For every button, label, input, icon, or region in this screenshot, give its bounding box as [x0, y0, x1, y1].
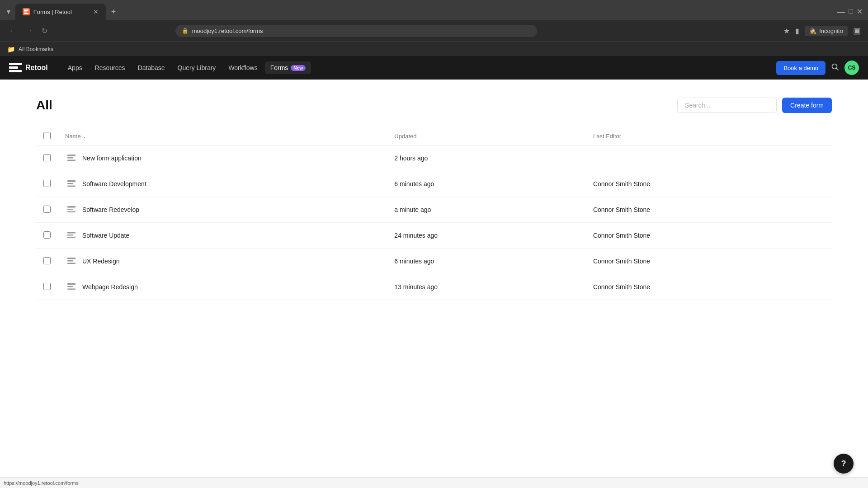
- close-tab-icon[interactable]: ✕: [93, 8, 99, 15]
- status-bar: https://moodjoy1.retool.com/forms: [0, 477, 868, 488]
- back-button[interactable]: ←: [7, 25, 18, 37]
- row-checkbox-cell: [36, 223, 58, 249]
- row-name-cell: Software Development: [58, 171, 387, 197]
- nav-right: Book a demo CS: [776, 61, 859, 75]
- nav-item-resources[interactable]: Resources: [90, 61, 131, 74]
- search-icon: [831, 63, 839, 71]
- extensions-icon[interactable]: ▣: [853, 26, 861, 36]
- row-last-editor: Connor Smith Stone: [586, 249, 832, 274]
- svg-rect-22: [67, 289, 75, 290]
- incognito-button[interactable]: 🕵 Incognito: [805, 26, 848, 36]
- header-last-editor: Last Editor: [586, 127, 832, 145]
- svg-rect-16: [67, 237, 75, 239]
- nav-item-query-library[interactable]: Query Library: [172, 61, 222, 74]
- reload-button[interactable]: ↻: [40, 25, 49, 37]
- row-checkbox-cell: [36, 274, 58, 300]
- minimize-btn[interactable]: —: [837, 7, 845, 17]
- header-name: Name ⌄: [58, 127, 387, 145]
- form-list-icon: [65, 229, 78, 242]
- nav-item-database[interactable]: Database: [132, 61, 170, 74]
- device-icon[interactable]: ▮: [795, 27, 799, 35]
- retool-logo-icon: [9, 63, 22, 73]
- nav-items: Apps Resources Database Query Library Wo…: [62, 61, 762, 74]
- browser-chrome: ▼ Forms | Retool ✕ + — □ ✕ ← → ↻ 🔒 ★ ▮ �: [0, 0, 868, 56]
- header-last-editor-label: Last Editor: [593, 133, 621, 140]
- search-nav-button[interactable]: [831, 63, 839, 73]
- svg-rect-8: [67, 180, 75, 182]
- row-checkbox[interactable]: [43, 257, 51, 264]
- create-form-button[interactable]: Create form: [782, 98, 832, 113]
- incognito-icon: 🕵: [809, 28, 816, 34]
- app-navbar: Retool Apps Resources Database Query Lib…: [0, 56, 868, 80]
- svg-point-3: [832, 64, 837, 69]
- nav-item-query-library-label: Query Library: [178, 64, 216, 71]
- table-row[interactable]: Software Development 6 minutes ago Conno…: [36, 171, 832, 197]
- bookmarks-folder-icon: 📁: [7, 46, 15, 53]
- sort-icon[interactable]: ⌄: [83, 134, 86, 139]
- browser-tab-active[interactable]: Forms | Retool ✕: [15, 4, 106, 20]
- nav-item-apps[interactable]: Apps: [62, 61, 88, 74]
- svg-rect-2: [24, 13, 28, 14]
- row-name: New form application: [82, 155, 142, 162]
- svg-rect-18: [67, 260, 73, 262]
- nav-item-forms[interactable]: Forms New: [265, 61, 311, 74]
- row-checkbox[interactable]: [43, 206, 51, 213]
- svg-rect-20: [67, 283, 75, 285]
- table-row[interactable]: UX Redesign 6 minutes ago Connor Smith S…: [36, 249, 832, 274]
- restore-btn[interactable]: □: [849, 7, 853, 17]
- header-updated: Updated: [387, 127, 586, 145]
- close-browser-btn[interactable]: ✕: [857, 7, 863, 17]
- svg-rect-21: [67, 286, 73, 287]
- row-last-editor: Connor Smith Stone: [586, 223, 832, 249]
- row-name-cell: New form application: [58, 145, 387, 171]
- svg-rect-17: [67, 258, 75, 259]
- row-checkbox[interactable]: [43, 283, 51, 290]
- select-all-checkbox[interactable]: [43, 132, 51, 139]
- browser-tabs: ▼ Forms | Retool ✕ + — □ ✕: [0, 0, 868, 20]
- row-name: Software Redevelop: [82, 206, 139, 213]
- page-header: All Create form: [36, 98, 832, 113]
- forward-button[interactable]: →: [24, 25, 34, 37]
- svg-rect-15: [67, 235, 73, 236]
- retool-logo[interactable]: Retool: [9, 63, 48, 73]
- row-updated: a minute ago: [387, 197, 586, 223]
- row-updated: 13 minutes ago: [387, 274, 586, 300]
- browser-actions: ★ ▮ 🕵 Incognito ▣: [783, 26, 861, 36]
- form-list-icon: [65, 255, 78, 267]
- help-button[interactable]: ?: [834, 454, 854, 474]
- row-checkbox-cell: [36, 249, 58, 274]
- nav-item-workflows[interactable]: Workflows: [223, 61, 263, 74]
- svg-rect-5: [67, 155, 75, 156]
- tab-dropdown-btn[interactable]: ▼: [4, 6, 14, 17]
- search-input[interactable]: [677, 98, 777, 113]
- lock-icon: 🔒: [182, 28, 189, 34]
- user-avatar-button[interactable]: CS: [844, 61, 859, 75]
- svg-rect-19: [67, 263, 75, 264]
- header-name-label: Name: [65, 133, 81, 140]
- url-input[interactable]: [192, 28, 531, 34]
- nav-item-database-label: Database: [138, 64, 165, 71]
- row-name-cell: Software Redevelop: [58, 197, 387, 223]
- table-row[interactable]: Software Redevelop a minute ago Connor S…: [36, 197, 832, 223]
- table-row[interactable]: Software Update 24 minutes ago Connor Sm…: [36, 223, 832, 249]
- svg-rect-1: [24, 12, 27, 13]
- row-checkbox[interactable]: [43, 180, 51, 187]
- form-list-icon: [65, 203, 78, 216]
- tab-favicon: [23, 8, 30, 15]
- book-demo-button[interactable]: Book a demo: [776, 61, 826, 75]
- table-row[interactable]: New form application 2 hours ago: [36, 145, 832, 171]
- tab-title: Forms | Retool: [33, 9, 90, 15]
- row-name-cell: UX Redesign: [58, 249, 387, 274]
- new-tab-button[interactable]: +: [108, 5, 120, 19]
- row-checkbox[interactable]: [43, 154, 51, 161]
- row-name-cell: Webpage Redesign: [58, 274, 387, 300]
- bookmarks-label: All Bookmarks: [19, 46, 53, 52]
- table-body: New form application 2 hours ago Softwar…: [36, 145, 832, 300]
- row-checkbox[interactable]: [43, 231, 51, 239]
- row-updated: 6 minutes ago: [387, 171, 586, 197]
- row-checkbox-cell: [36, 171, 58, 197]
- address-bar[interactable]: 🔒: [175, 25, 537, 37]
- bookmark-star-icon[interactable]: ★: [783, 27, 790, 35]
- table-row[interactable]: Webpage Redesign 13 minutes ago Connor S…: [36, 274, 832, 300]
- bookmarks-bar: 📁 All Bookmarks: [0, 42, 868, 56]
